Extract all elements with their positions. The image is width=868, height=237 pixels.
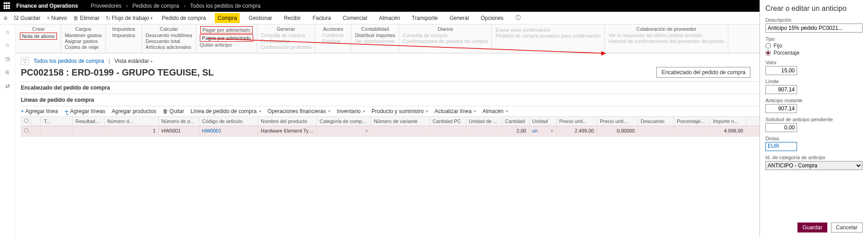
value-input[interactable] xyxy=(765,66,797,75)
ribbon-item[interactable]: Historial de confirmaciones del proveedo… xyxy=(609,38,724,44)
col-pct[interactable]: Porcentaje... xyxy=(674,117,710,126)
ribbon-item[interactable]: Artículos adicionales xyxy=(146,44,191,50)
clock-icon[interactable]: ◷ xyxy=(4,55,11,62)
col-variant[interactable]: Número de variante xyxy=(371,117,430,126)
col-t[interactable]: T... xyxy=(41,117,73,126)
filter-icon[interactable]: ▽ xyxy=(21,57,29,65)
ribbon-item[interactable]: Confirmación xyxy=(261,38,290,44)
col-net[interactable]: Importe n... xyxy=(710,117,746,126)
ribbon-item[interactable]: Costes de viaje xyxy=(65,44,99,50)
currency-select[interactable]: EUR xyxy=(765,142,797,151)
ribbon-item[interactable]: Confirmar xyxy=(322,33,344,38)
radio-percentage[interactable]: Porcentaje xyxy=(765,50,863,56)
panel-save-button[interactable]: Guardar xyxy=(797,223,827,232)
col-results[interactable]: Resultados... xyxy=(73,117,104,126)
tab-pedido[interactable]: Pedido de compra xyxy=(159,13,208,23)
panel-cancel-button[interactable]: Cancelar xyxy=(831,223,863,232)
ribbon-item[interactable]: Confirmación proforma xyxy=(261,44,311,50)
tab-factura[interactable]: Factura xyxy=(310,13,334,23)
ribbon-item[interactable]: Pedidos de compra enviados para confirma… xyxy=(495,33,600,38)
financials-menu[interactable]: Operaciones financieras▾ xyxy=(268,108,330,114)
home-icon[interactable]: ⌂ xyxy=(4,28,11,35)
add-lines-button[interactable]: +̲Agregar líneas xyxy=(64,108,105,114)
tab-gestionar[interactable]: Gestionar xyxy=(246,13,275,23)
inventory-menu[interactable]: Inventario▾ xyxy=(337,108,365,114)
ribbon-item[interactable]: Ver la respuesta del último pedido envia… xyxy=(609,33,702,38)
col-unit[interactable]: Unidad xyxy=(529,117,557,126)
cell-price2[interactable]: 0,00000 xyxy=(597,126,638,136)
col-price1[interactable]: Precio unit... xyxy=(557,117,597,126)
ribbon-item[interactable]: Finalizar xyxy=(322,38,341,44)
cell-lineno[interactable]: 1 xyxy=(104,126,159,136)
remaining-input[interactable] xyxy=(765,104,797,113)
tab-recibir[interactable]: Recibir xyxy=(281,13,303,23)
view-name[interactable]: Vista estándar ▾ xyxy=(114,58,153,64)
category-select[interactable]: ANTICIPO - Compra xyxy=(765,161,863,170)
cell-itemcode[interactable]: HW0001 xyxy=(199,126,258,136)
header-toggle-button[interactable]: Encabezado del pedido de compra xyxy=(656,67,750,78)
cell-unit[interactable]: un ▾ xyxy=(529,126,557,136)
col-prodnum[interactable]: Número de producto xyxy=(159,117,199,126)
col-select[interactable] xyxy=(21,117,31,126)
cell-qty[interactable]: 2,00 xyxy=(502,126,529,136)
warehouse-menu[interactable]: Almacén▾ xyxy=(482,108,508,114)
ribbon-item[interactable]: Impuestos xyxy=(112,33,135,38)
hamburger-icon[interactable]: ≡ xyxy=(4,14,7,22)
ribbon-item[interactable]: Quitar anticipo xyxy=(200,42,232,47)
col-category[interactable]: Categoría de compras xyxy=(317,117,371,126)
ribbon-item[interactable]: Pagos por adelantado xyxy=(200,34,253,42)
crumb-1[interactable]: Proveedores xyxy=(91,3,122,9)
tab-general[interactable]: General xyxy=(447,13,472,23)
cell-prodnum[interactable]: HW0001 xyxy=(159,126,199,136)
pending-input[interactable] xyxy=(765,123,797,132)
row-select[interactable] xyxy=(21,126,31,136)
ribbon-item[interactable]: Consulta de compra xyxy=(403,33,447,38)
cell-price1[interactable]: 2.499,00 xyxy=(557,126,597,136)
desc-input[interactable] xyxy=(765,24,863,33)
ribbon-item[interactable]: Ver distribuciones xyxy=(355,38,394,44)
filter-toggle-icon[interactable]: ⇄ xyxy=(4,82,11,90)
section-header[interactable]: Encabezado del pedido de compra xyxy=(21,81,863,94)
update-line-menu[interactable]: Actualizar línea▾ xyxy=(434,108,476,114)
info-icon[interactable]: ⓘ xyxy=(515,14,521,22)
col-price2[interactable]: Precio unit... xyxy=(597,117,638,126)
col-qty[interactable]: Cantidad xyxy=(502,117,529,126)
po-line-menu[interactable]: Línea de pedido de compra▾ xyxy=(191,108,261,114)
table-row[interactable]: 1 HW0001 HW0001 Hardware Element Type A+… xyxy=(21,126,862,136)
ribbon-item[interactable]: Nota de abono xyxy=(20,33,57,40)
ribbon-item[interactable]: Confirmaciones de pedidos de compra xyxy=(403,38,488,44)
limit-input[interactable] xyxy=(765,85,797,94)
ribbon-item[interactable]: Descuento total xyxy=(146,38,180,44)
col-unitof[interactable]: Unidad de ... xyxy=(466,117,502,126)
remove-button[interactable]: 🗑Quitar xyxy=(163,108,184,114)
ribbon-item[interactable]: Distribuir importes xyxy=(355,33,395,38)
ribbon-item[interactable]: Asignar gastos xyxy=(65,38,98,44)
col-lineno[interactable]: Número d... xyxy=(104,117,159,126)
col-prodname[interactable]: Nombre del producto xyxy=(258,117,317,126)
section-lines[interactable]: Líneas de pedido de compra xyxy=(21,94,863,106)
radio-fixed[interactable]: Fijo xyxy=(765,43,863,49)
product-supply-menu[interactable]: Producto y suministro▾ xyxy=(372,108,428,114)
link-icon[interactable]: ⎘ xyxy=(4,69,11,76)
col-status[interactable] xyxy=(31,117,41,126)
ribbon-item[interactable]: Mantener gastos xyxy=(65,33,102,38)
ribbon-item[interactable]: Consulta de compra xyxy=(261,33,305,38)
cell-category[interactable]: ▾ xyxy=(317,126,371,136)
add-line-button[interactable]: +Agregar línea xyxy=(21,108,58,114)
breadcrumb-link[interactable]: Todos los pedidos de compra xyxy=(33,58,104,64)
col-itemcode[interactable]: Código de artículo xyxy=(199,117,258,126)
ribbon-item[interactable]: Enviar para confirmación xyxy=(495,27,551,33)
star-icon[interactable]: ☆ xyxy=(4,42,11,49)
delete-button[interactable]: 🗑Eliminar xyxy=(73,15,99,21)
save-button[interactable]: 🖫Guardar xyxy=(14,15,40,21)
add-products-button[interactable]: Agregar productos xyxy=(112,108,156,114)
workflow-button[interactable]: ↻Flujo de trabajo▾ xyxy=(106,15,153,21)
tab-comercial[interactable]: Comercial xyxy=(340,13,370,23)
col-disc[interactable]: Descuento xyxy=(638,117,674,126)
app-launcher-icon[interactable] xyxy=(4,2,11,9)
tab-compra[interactable]: Compra xyxy=(215,13,240,23)
new-button[interactable]: +Nuevo xyxy=(47,15,67,21)
col-qtypc[interactable]: Cantidad PC xyxy=(430,117,466,126)
crumb-2[interactable]: Pedidos de compra xyxy=(132,3,179,9)
crumb-3[interactable]: Todos los pedidos de compra xyxy=(190,3,260,9)
